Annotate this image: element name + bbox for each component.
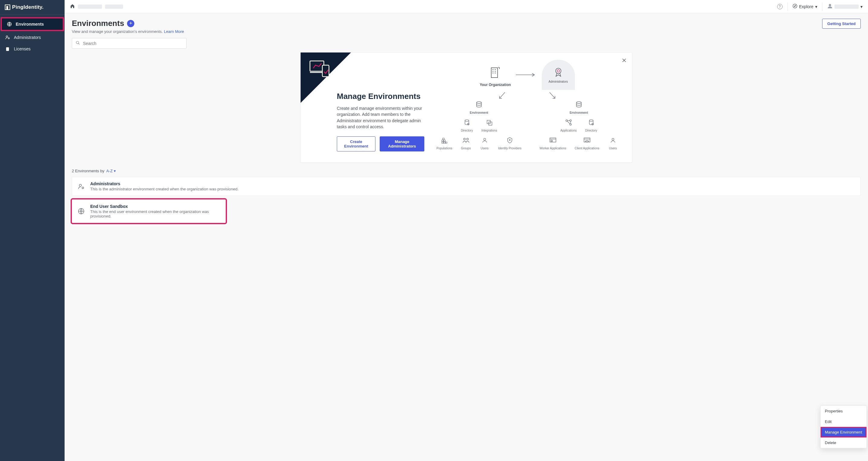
- main-area: ? Explore ▾ ▾ Enviro: [65, 0, 868, 461]
- create-environment-button[interactable]: Create Environment: [337, 136, 375, 152]
- page-title: Environments: [72, 19, 124, 28]
- explore-label: Explore: [799, 4, 813, 9]
- getting-started-button[interactable]: Getting Started: [822, 19, 861, 29]
- award-icon: [553, 67, 564, 78]
- svg-point-39: [484, 138, 486, 140]
- breadcrumb-segment-redacted: [78, 4, 102, 9]
- svg-line-47: [567, 121, 570, 124]
- svg-rect-11: [322, 65, 329, 77]
- search-icon: [76, 41, 80, 46]
- sidebar-item-administrators[interactable]: Administrators: [0, 32, 65, 43]
- breadcrumb: [70, 4, 123, 9]
- svg-point-48: [589, 120, 593, 122]
- environment-node-right: Environment Applications Directory Worke…: [539, 100, 618, 150]
- context-menu-manage-environment[interactable]: Manage Environment: [820, 427, 867, 437]
- svg-rect-33: [443, 138, 444, 140]
- svg-rect-50: [550, 138, 556, 142]
- svg-point-56: [80, 184, 82, 186]
- list-header: 2 Environments by A-Z ▾: [72, 169, 861, 173]
- svg-rect-3: [6, 47, 9, 51]
- sort-menu[interactable]: A-Z ▾: [106, 169, 116, 173]
- env-desc: This is the end user environment created…: [90, 209, 220, 219]
- breadcrumb-segment-redacted: [105, 4, 123, 9]
- brand-text: PingIdentity.: [12, 4, 44, 10]
- home-icon[interactable]: [70, 4, 75, 9]
- context-menu-edit[interactable]: Edit: [820, 416, 867, 427]
- explore-menu[interactable]: Explore ▾: [793, 4, 817, 9]
- clipboard-icon: [5, 46, 10, 52]
- help-icon[interactable]: ?: [777, 4, 783, 9]
- devices-icon: [309, 59, 333, 79]
- svg-point-55: [612, 138, 614, 140]
- sidebar-item-environments[interactable]: Environments: [1, 17, 64, 31]
- page-header: Environments + View and manage your orga…: [72, 19, 861, 48]
- sidebar-item-licenses[interactable]: Licenses: [0, 43, 65, 55]
- search-box[interactable]: [72, 38, 187, 48]
- users-icon: [479, 135, 490, 145]
- avatar-icon: [827, 3, 833, 10]
- svg-point-57: [82, 187, 84, 189]
- admin-icon: [78, 183, 85, 190]
- search-input[interactable]: [83, 41, 183, 46]
- primary-nav: Environments Administrators Licenses: [0, 15, 65, 55]
- directory-icon: [586, 118, 596, 128]
- svg-point-26: [476, 102, 482, 103]
- add-environment-button[interactable]: +: [127, 20, 134, 27]
- env-desc: This is the administrator environment cr…: [90, 187, 855, 191]
- context-menu-delete[interactable]: Delete: [820, 437, 867, 448]
- admin-icon: [5, 35, 10, 40]
- arrow-right-icon: [516, 73, 537, 77]
- environment-row-administrators[interactable]: Administrators This is the administrator…: [72, 177, 861, 196]
- compass-icon: [793, 4, 797, 9]
- svg-point-43: [569, 120, 571, 122]
- svg-point-23: [557, 70, 560, 72]
- org-node: Your Organization: [479, 63, 511, 87]
- svg-point-38: [467, 138, 468, 140]
- manage-administrators-button[interactable]: Manage Administrators: [380, 136, 424, 152]
- svg-point-40: [509, 139, 510, 141]
- populations-icon: [439, 135, 450, 145]
- hero-corner-graphic: [301, 53, 372, 124]
- svg-rect-35: [444, 142, 446, 143]
- count-label: 2 Environments by: [72, 169, 104, 173]
- env-name: End User Sandbox: [90, 204, 220, 209]
- org-label: Your Organization: [479, 83, 511, 87]
- context-menu: Properties Edit Manage Environment Delet…: [820, 405, 867, 448]
- svg-point-6: [829, 4, 831, 6]
- svg-point-52: [551, 140, 552, 142]
- svg-point-37: [464, 138, 465, 140]
- arrow-down-right-icon: [548, 92, 556, 100]
- env-name: Administrators: [90, 181, 855, 186]
- sidebar: PingIdentity. Environments Administrator…: [0, 0, 65, 461]
- separator: [787, 2, 788, 11]
- integrations-icon: [484, 118, 494, 128]
- database-icon: [474, 100, 484, 110]
- svg-rect-34: [442, 142, 444, 143]
- database-icon: [574, 100, 584, 110]
- svg-point-1: [6, 36, 7, 37]
- svg-point-2: [8, 38, 9, 39]
- svg-point-22: [556, 68, 561, 74]
- svg-point-7: [76, 41, 79, 44]
- chevron-down-icon: ▾: [815, 4, 817, 9]
- administrators-label: Administrators: [549, 80, 568, 83]
- users-icon: [608, 135, 618, 145]
- svg-line-24: [499, 92, 505, 98]
- close-icon[interactable]: [622, 58, 626, 64]
- svg-line-8: [79, 43, 80, 45]
- page-subtitle: View and manage your organization's envi…: [72, 29, 187, 34]
- context-menu-properties[interactable]: Properties: [820, 406, 867, 416]
- worker-apps-icon: [548, 135, 558, 145]
- client-apps-icon: [582, 135, 592, 145]
- svg-line-25: [550, 92, 555, 98]
- directory-icon: [462, 118, 472, 128]
- user-menu[interactable]: ▾: [827, 3, 863, 10]
- learn-more-link[interactable]: Learn More: [164, 29, 184, 34]
- svg-rect-53: [584, 138, 590, 142]
- svg-point-41: [577, 102, 581, 103]
- building-icon: [486, 63, 504, 81]
- sidebar-item-label: Environments: [16, 22, 44, 27]
- hero-card: Manage Environments Create and manage en…: [300, 52, 632, 163]
- brand-logo-icon: [5, 4, 10, 10]
- environment-row-end-user-sandbox[interactable]: End User Sandbox This is the end user en…: [72, 199, 226, 223]
